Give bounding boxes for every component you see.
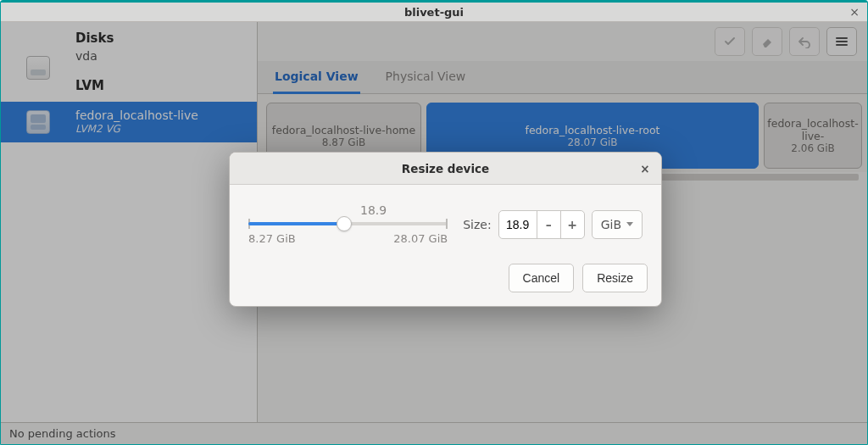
slider-tick-max: [446, 219, 448, 229]
minus-icon: –: [546, 218, 552, 231]
size-controls: Size: – + GiB: [463, 210, 643, 239]
plus-icon: +: [567, 218, 577, 231]
resize-dialog: Resize device × 18.9 8.27 GiB 28.: [229, 152, 662, 307]
slider-max-label: 28.07 GiB: [393, 232, 448, 245]
slider-limits: 8.27 GiB 28.07 GiB: [248, 232, 448, 245]
dialog-titlebar: Resize device ×: [230, 153, 661, 185]
app-window: blivet-gui × Disks vda LVM: [0, 0, 868, 445]
dialog-body: 18.9 8.27 GiB 28.07 GiB Size:: [230, 185, 661, 255]
slider-min-label: 8.27 GiB: [248, 232, 296, 245]
chevron-down-icon: [626, 222, 633, 226]
slider-track: [248, 222, 448, 225]
slider-current-value: 18.9: [360, 203, 387, 217]
window-close-button[interactable]: ×: [847, 4, 862, 19]
titlebar: blivet-gui ×: [1, 1, 867, 22]
size-decrement[interactable]: –: [537, 211, 560, 238]
slider-fill: [248, 222, 344, 225]
size-increment[interactable]: +: [560, 211, 584, 238]
size-label: Size:: [463, 218, 491, 231]
size-spinbox[interactable]: – +: [498, 210, 585, 239]
size-input[interactable]: [499, 217, 537, 232]
dialog-title: Resize device: [402, 162, 489, 175]
close-icon: ×: [849, 5, 860, 19]
close-icon: ×: [640, 162, 649, 175]
dialog-close-button[interactable]: ×: [636, 159, 654, 178]
resize-button[interactable]: Resize: [582, 264, 648, 292]
size-slider[interactable]: 18.9 8.27 GiB 28.07 GiB: [248, 203, 448, 245]
unit-dropdown[interactable]: GiB: [592, 210, 643, 239]
unit-label: GiB: [601, 218, 621, 231]
slider-row: 18.9 8.27 GiB 28.07 GiB Size:: [248, 203, 643, 245]
slider-thumb[interactable]: [337, 216, 352, 231]
dialog-actions: Cancel Resize: [230, 255, 661, 306]
window-title: blivet-gui: [1, 6, 867, 19]
cancel-button[interactable]: Cancel: [509, 264, 575, 292]
